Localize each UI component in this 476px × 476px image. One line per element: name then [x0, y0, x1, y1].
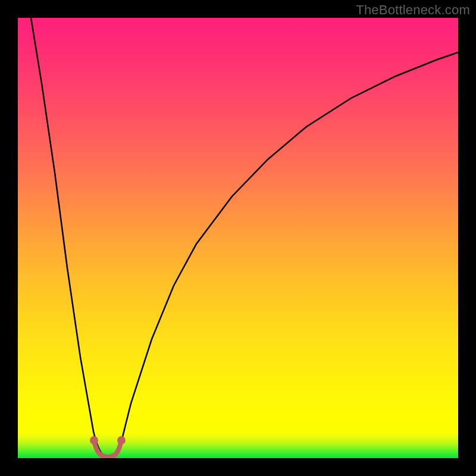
bottom-path: [94, 440, 121, 457]
chart-container: TheBottleneck.com: [0, 0, 476, 476]
chart-svg: [18, 18, 458, 458]
marker-right: [117, 436, 126, 444]
marker-left: [90, 436, 98, 444]
bottleneck-curve: [31, 18, 458, 458]
watermark-text: TheBottleneck.com: [356, 2, 470, 18]
